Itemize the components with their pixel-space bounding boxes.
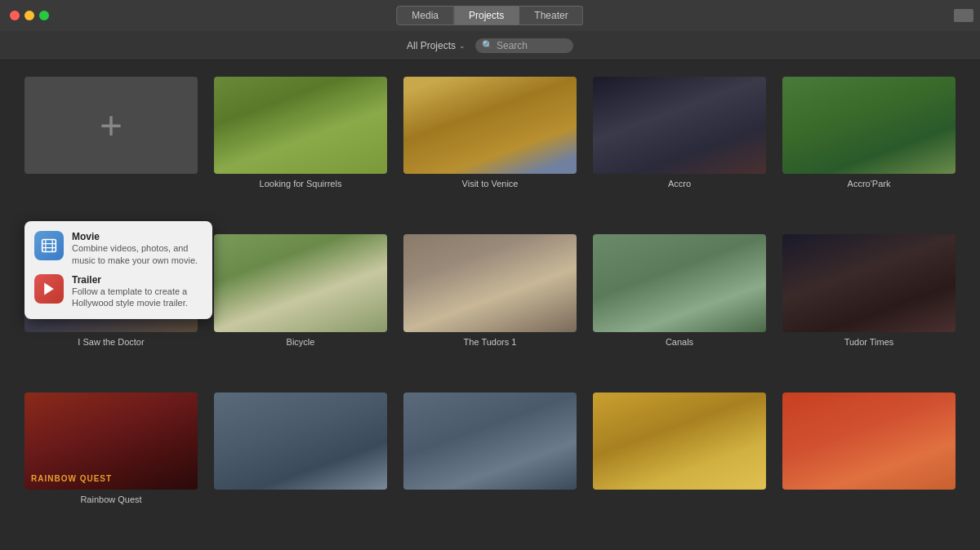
project-label: Tudor Times [844,337,894,347]
movie-desc: Combine videos, photos, and music to mak… [72,242,203,266]
project-label: Accro'Park [848,179,891,189]
all-projects-label: All Projects [407,40,456,51]
project-label: I Saw the Doctor [78,337,144,347]
movie-text: Movie Combine videos, photos, and music … [72,231,203,266]
project-label: Bicycle [287,337,315,347]
project-thumbnail [782,234,956,331]
project-thumbnail [214,234,387,331]
project-label: Looking for Squirrels [260,179,342,189]
chevron-down-icon: ⌄ [459,42,466,50]
project-thumbnail [593,77,766,174]
project-label: Visit to Venice [462,179,519,189]
project-tile[interactable]: Accro'Park [782,77,956,218]
project-label: The Tudors 1 [464,337,517,347]
titlebar: Media Projects Theater [0,0,980,31]
trailer-option[interactable]: Trailer Follow a template to create a Ho… [34,274,203,309]
trailer-title: Trailer [72,274,203,286]
maximize-button[interactable] [39,11,49,20]
new-project-tile[interactable]: + Movie Combine videos, photos, and musi… [24,77,198,218]
project-label: Accro [668,179,691,189]
trailer-text: Trailer Follow a template to create a Ho… [72,274,203,309]
project-tile[interactable] [403,393,577,534]
new-project-popup: Movie Combine videos, photos, and music … [24,221,212,318]
project-thumbnail: RAINBOW QUEST [24,393,198,490]
movie-option[interactable]: Movie Combine videos, photos, and music … [34,231,203,266]
trailer-icon [34,274,64,304]
project-tile[interactable]: RAINBOW QUEST Rainbow Quest [24,393,198,534]
project-tile[interactable]: The Tudors 1 [403,234,577,375]
project-tile[interactable]: Canals [593,234,766,375]
project-tile[interactable] [593,393,766,534]
project-tile[interactable]: Accro [593,77,766,218]
project-thumbnail [782,77,956,174]
tab-projects[interactable]: Projects [454,6,519,25]
project-tile[interactable] [782,393,956,534]
project-thumbnail [593,393,766,490]
search-box: 🔍 [475,38,573,53]
tab-media[interactable]: Media [396,6,454,25]
rainbow-text: RAINBOW QUEST [31,474,112,483]
search-icon: 🔍 [482,40,493,51]
project-tile[interactable]: Looking for Squirrels [214,77,387,218]
movie-title: Movie [72,231,203,242]
projects-grid: + Movie Combine videos, photos, and musi… [0,60,980,550]
project-thumbnail [782,393,956,490]
project-thumbnail [593,234,766,331]
project-tile[interactable]: Bicycle [214,234,387,375]
svg-rect-0 [42,240,56,252]
project-label: Rainbow Quest [80,495,141,504]
trailer-desc: Follow a template to create a Hollywood … [72,286,203,309]
window-button[interactable] [954,9,973,22]
svg-marker-1 [44,282,54,295]
project-thumbnail [214,393,387,490]
tab-bar: Media Projects Theater [396,6,583,25]
add-icon: + [100,106,122,145]
project-tile[interactable]: Visit to Venice [403,77,577,218]
traffic-lights [0,11,49,20]
tab-theater[interactable]: Theater [519,6,583,25]
toolbar: All Projects ⌄ 🔍 [0,31,980,60]
new-project-box[interactable]: + [24,77,198,174]
movie-icon [34,231,64,260]
project-thumbnail [214,77,387,174]
project-tile[interactable]: Tudor Times [782,234,956,375]
project-label: Canals [666,337,693,347]
project-thumbnail [403,234,577,331]
close-button[interactable] [10,11,20,20]
project-thumbnail [403,393,577,490]
all-projects-dropdown[interactable]: All Projects ⌄ [407,40,466,51]
minimize-button[interactable] [24,11,34,20]
project-thumbnail [403,77,577,174]
project-tile[interactable] [214,393,387,534]
search-input[interactable] [497,40,562,51]
